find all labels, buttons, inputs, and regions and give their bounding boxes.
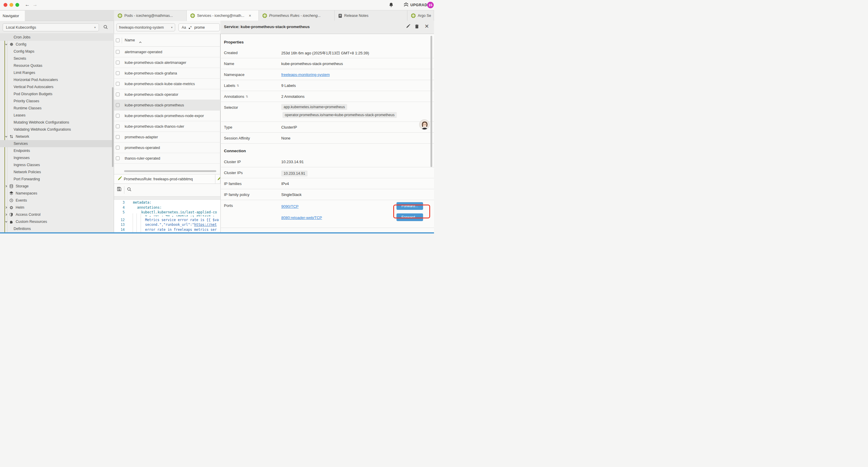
sidebar-item-events[interactable]: Events [0, 197, 114, 204]
table-row-kube-prometheus-stack-operator[interactable]: kube-prometheus-stack-operator [114, 89, 220, 100]
sidebar-item-mutating-webhook-configurations[interactable]: Mutating Webhook Configurations [0, 119, 114, 126]
row-checkbox[interactable] [116, 135, 120, 139]
table-row-kube-prometheus-stack-thanos-ruler[interactable]: kube-prometheus-stack-thanos-ruler [114, 121, 220, 132]
row-checkbox[interactable] [116, 61, 120, 64]
row-checkbox[interactable] [116, 156, 120, 160]
table-row-kube-prometheus-stack-prometheus-node-expor[interactable]: kube-prometheus-stack-prometheus-node-ex… [114, 111, 220, 121]
sidebar-item-helm[interactable]: Helm [0, 204, 114, 211]
chevron-right-icon[interactable] [5, 213, 8, 216]
sidebar-item-custom-resources[interactable]: Custom Resources [0, 218, 114, 225]
sidebar-item-ingress-classes[interactable]: Ingress Classes [0, 162, 114, 169]
table-row-kube-prometheus-stack-kube-state-metrics[interactable]: kube-prometheus-stack-kube-state-metrics [114, 79, 220, 89]
sidebar-item-priority-classes[interactable]: Priority Classes [0, 97, 114, 105]
table-row-kube-prometheus-stack-grafana[interactable]: kube-prometheus-stack-grafana [114, 68, 220, 79]
sidebar-item-ingresses[interactable]: Ingresses [0, 154, 114, 162]
name-column-header[interactable]: Name [125, 38, 135, 42]
search-icon[interactable] [127, 187, 131, 193]
traffic-light-zoom[interactable] [16, 3, 19, 7]
match-case-icon[interactable]: Aa [182, 25, 186, 30]
tab-services-icecheng-math-[interactable]: Services - icecheng@math...× [187, 10, 259, 21]
sidebar-item-vertical-pod-autoscalers[interactable]: Vertical Pod Autoscalers [0, 83, 114, 90]
sidebar-item-validating-webhook-configurations[interactable]: Validating Webhook Configurations [0, 126, 114, 133]
sidebar-item-resource-quotas[interactable]: Resource Quotas [0, 62, 114, 69]
delete-icon[interactable] [415, 24, 419, 30]
table-row-alertmanager-operated[interactable]: alertmanager-operated [114, 47, 220, 57]
tab-navigator[interactable]: Navigator [0, 11, 25, 21]
forward-arrow-icon[interactable]: → [32, 2, 37, 8]
sidebar-item-network-policies[interactable]: Network Policies [0, 169, 114, 176]
sidebar-item-definitions[interactable]: Definitions [0, 225, 114, 232]
chevron-right-icon[interactable] [5, 185, 8, 188]
regex-icon[interactable]: * [189, 25, 192, 30]
code-link[interactable]: https://net [194, 223, 217, 227]
close-tab-icon[interactable]: × [249, 13, 251, 18]
sidebar-item-leases[interactable]: Leases [0, 112, 114, 119]
sidebar-item-horizontal-pod-autoscalers[interactable]: Horizontal Pod Autoscalers [0, 76, 114, 83]
sidebar-item-config-maps[interactable]: Config Maps [0, 48, 114, 55]
bell-icon[interactable] [389, 2, 394, 8]
sidebar-item-access-control[interactable]: Access Control [0, 211, 114, 218]
table-row-prometheus-adapter[interactable]: prometheus-adapter [114, 132, 220, 143]
port-link[interactable]: 8080:reloader-web/TCP [281, 215, 322, 220]
tab-release-notes[interactable]: Release Notes [335, 10, 407, 21]
sidebar-item-cron-jobs[interactable]: Cron Jobs [0, 34, 114, 41]
row-checkbox[interactable] [116, 146, 120, 150]
table-row-thanos-ruler-operated[interactable]: thanos-ruler-operated [114, 153, 220, 164]
editor-tab-next[interactable] [215, 174, 220, 183]
row-checkbox[interactable] [116, 124, 120, 128]
sort-updown-icon[interactable]: ⇅ [246, 95, 248, 98]
avatar[interactable] [419, 119, 430, 130]
notification-badge[interactable]: 15 [427, 2, 434, 8]
row-checkbox[interactable] [116, 103, 120, 107]
edit-icon[interactable] [406, 24, 410, 30]
save-icon[interactable] [117, 187, 121, 193]
row-checkbox[interactable] [116, 82, 120, 86]
back-arrow-icon[interactable]: ← [25, 2, 30, 8]
sidebar-item-endpoints[interactable]: Endpoints [0, 147, 114, 154]
sidebar-item-storage[interactable]: Storage [0, 183, 114, 190]
editor-tab-prometheusrule[interactable]: PrometheusRule: freeleaps-prod-rabbitmq [114, 174, 215, 183]
sidebar-item-label: Custom Resources [16, 220, 47, 224]
sidebar-item-network[interactable]: Network [0, 133, 114, 140]
chevron-right-icon[interactable] [5, 206, 8, 209]
sidebar-item-runtime-classes[interactable]: Runtime Classes [0, 105, 114, 112]
traffic-light-close[interactable] [4, 3, 7, 7]
tab-prometheus-rules-icechen[interactable]: Prometheus Rules - icecheng... [259, 10, 335, 21]
row-checkbox[interactable] [116, 114, 120, 118]
section-header: Connection [220, 144, 281, 156]
sort-ascending-icon[interactable] [139, 39, 142, 45]
sidebar-item-namespaces[interactable]: Namespaces [0, 190, 114, 197]
table-row-kube-prometheus-stack-alertmanager[interactable]: kube-prometheus-stack-alertmanager [114, 57, 220, 68]
services-horizontal-scrollbar[interactable] [124, 170, 216, 172]
chevron-down-icon[interactable] [5, 135, 8, 138]
chevron-down-icon[interactable] [5, 43, 8, 46]
namespace-filter-select[interactable]: freeleaps-monitoring-system ▾ [116, 23, 175, 31]
traffic-light-minimize[interactable] [9, 3, 13, 7]
chevron-down-icon[interactable] [5, 220, 8, 223]
kubeconfig-select[interactable]: Local Kubeconfigs ▾ [3, 23, 99, 31]
tab-argo-se[interactable]: Argo Se [407, 10, 434, 21]
sidebar-item-secrets[interactable]: Secrets [0, 55, 114, 62]
sort-updown-icon[interactable]: ⇅ [237, 84, 239, 87]
services-search-input[interactable]: Aa * prome [179, 23, 220, 31]
select-all-checkbox[interactable] [116, 38, 120, 42]
table-row-kube-prometheus-stack-prometheus[interactable]: kube-prometheus-stack-prometheus [114, 100, 220, 111]
search-icon[interactable] [103, 25, 108, 30]
row-checkbox[interactable] [116, 92, 120, 96]
tab-pods-icecheng-mathmas-[interactable]: Pods - icecheng@mathmas... [114, 10, 187, 21]
row-checkbox[interactable] [116, 71, 120, 75]
row-checkbox[interactable] [116, 50, 120, 54]
yaml-editor[interactable]: 3metadata:4annotations:5kubectl.kubernet… [114, 200, 220, 232]
namespace-link[interactable]: freeleaps-monitoring-system [281, 72, 330, 77]
table-row-prometheus-operated[interactable]: prometheus-operated [114, 143, 220, 153]
sidebar-item-pod-disruption-budgets[interactable]: Pod Disruption Budgets [0, 90, 114, 97]
sidebar-item-services[interactable]: Services [0, 140, 114, 147]
close-icon[interactable]: ✕ [425, 23, 429, 30]
sidebar-item-limit-ranges[interactable]: Limit Ranges [0, 69, 114, 76]
navigator-scrollbar[interactable] [112, 87, 114, 167]
sidebar-item-port-forwarding[interactable]: Port Forwarding [0, 176, 114, 183]
port-link[interactable]: 9090/TCP [281, 204, 299, 209]
upgrade-button[interactable]: UPGRADE [404, 2, 430, 8]
detail-scrollbar[interactable] [430, 36, 432, 167]
sidebar-item-config[interactable]: Config [0, 41, 114, 48]
